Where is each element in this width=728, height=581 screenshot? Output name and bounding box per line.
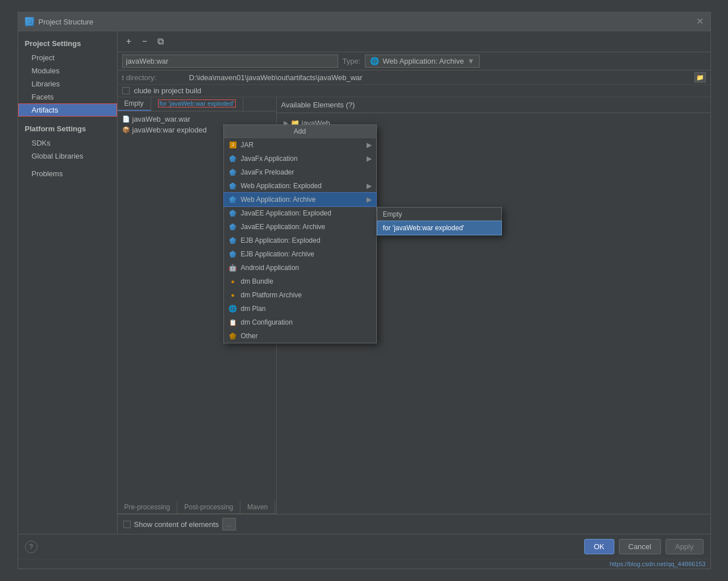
dropdown-item-javafx-preloader[interactable]: JavaFx Preloader	[224, 165, 376, 179]
sidebar-item-global-libraries[interactable]: Global Libraries	[18, 150, 117, 163]
for-exploded-tab-label: for 'javaWeb:war exploded'	[158, 99, 236, 107]
sidebar-item-project[interactable]: Project	[18, 51, 117, 64]
remove-button[interactable]: −	[138, 35, 152, 48]
javaee-exploded-icon	[228, 209, 238, 218]
dm-config-icon: 📋	[228, 318, 238, 327]
ejb-exploded-icon	[228, 236, 238, 245]
dropdown-item-web-archive-label: Web Application: Archive	[241, 196, 316, 204]
svg-rect-3	[28, 23, 30, 23]
javafx-app-icon	[228, 154, 238, 163]
sidebar-item-libraries[interactable]: Libraries	[18, 77, 117, 90]
svg-rect-2	[28, 22, 31, 22]
web-exploded-arrow-icon: ▶	[367, 182, 372, 190]
dropdown-item-dm-config-label: dm Configuration	[241, 318, 293, 326]
dropdown-item-dm-config[interactable]: 📋 dm Configuration	[224, 316, 376, 329]
tab-maven[interactable]: Maven	[240, 501, 275, 513]
sidebar-item-project-label: Project	[32, 53, 55, 62]
output-dir-value: D:\idea\maven01\javaWeb\out\artifacts\ja…	[189, 73, 690, 82]
project-structure-dialog: Project Structure ✕ Project Settings Pro…	[18, 12, 711, 569]
javafx-preloader-icon	[228, 168, 238, 177]
dropdown-item-dm-platform[interactable]: ● dm Platform Archive	[224, 288, 376, 302]
browse-icon: 📁	[696, 74, 704, 81]
svg-rect-1	[28, 20, 31, 21]
include-build-label: clude in project build	[134, 86, 706, 95]
sidebar-item-modules-label: Modules	[32, 67, 60, 75]
dm-bundle-icon: ●	[228, 277, 238, 286]
browse-button[interactable]: 📁	[694, 72, 706, 82]
dropdown-item-dm-plan-label: dm Plan	[241, 305, 266, 313]
sidebar-item-artifacts-label: Artifacts	[32, 106, 59, 114]
artifact-name-input[interactable]	[122, 55, 338, 68]
dropdown-item-ejb-archive-label: EJB Application: Archive	[241, 250, 314, 258]
android-icon: 🤖	[228, 263, 238, 272]
output-dir-label: t directory:	[122, 73, 185, 82]
dropdown-item-dm-bundle-label: dm Bundle	[241, 277, 273, 285]
dialog-buttons: ? OK Cancel Apply	[18, 534, 710, 559]
dropdown-item-android[interactable]: 🤖 Android Application	[224, 261, 376, 275]
dropdown-arrow-icon: ▼	[467, 57, 475, 65]
tree-item-war-label: javaWeb_war.war	[132, 115, 190, 123]
copy-button[interactable]: ⧉	[154, 35, 168, 48]
elements-header: Available Elements (?)	[277, 97, 710, 113]
bottom-bar: Show content of elements ...	[118, 514, 710, 534]
dropdown-item-ejb-exploded-label: EJB Application: Exploded	[241, 236, 321, 244]
sidebar-item-sdks[interactable]: SDKs	[18, 136, 117, 150]
dropdown-item-dm-plan[interactable]: 🌐 dm Plan	[224, 302, 376, 316]
dropdown-item-javaee-archive[interactable]: JavaEE Application: Archive	[224, 220, 376, 234]
dropdown-item-javaee-exploded[interactable]: JavaEE Application: Exploded	[224, 206, 376, 220]
output-dir-row: t directory: D:\idea\maven01\javaWeb\out…	[118, 70, 710, 85]
ok-button[interactable]: OK	[584, 539, 614, 554]
sidebar-item-facets[interactable]: Facets	[18, 90, 117, 103]
project-settings-header: Project Settings	[18, 36, 117, 51]
cancel-button[interactable]: Cancel	[619, 539, 661, 554]
sidebar-item-problems[interactable]: Problems	[18, 167, 117, 180]
tab-post-processing[interactable]: Post-processing	[177, 501, 240, 513]
show-content-checkbox[interactable]: Show content of elements	[123, 520, 219, 529]
title-bar-left: Project Structure	[25, 17, 94, 26]
sidebar-item-modules[interactable]: Modules	[18, 64, 117, 77]
sidebar-item-artifacts[interactable]: Artifacts	[18, 103, 117, 117]
more-button[interactable]: ...	[222, 518, 236, 530]
content-area: Empty for 'javaWeb:war exploded' 📄 javaW…	[118, 97, 710, 514]
tree-item-exploded-label: javaWeb:war exploded	[132, 126, 207, 134]
tab-for-exploded[interactable]: for 'javaWeb:war exploded'	[151, 97, 243, 111]
help-button[interactable]: ?	[25, 541, 38, 553]
dropdown-item-web-exploded[interactable]: Web Application: Exploded ▶	[224, 179, 376, 193]
toolbar: + − ⧉	[118, 31, 710, 52]
javafx-app-arrow-icon: ▶	[367, 155, 372, 163]
apply-button[interactable]: Apply	[665, 539, 704, 554]
dropdown-item-javafx-app[interactable]: JavaFx Application ▶	[224, 152, 376, 165]
app-icon	[25, 17, 34, 26]
type-dropdown-value: Web Application: Archive	[382, 57, 464, 65]
dm-plan-icon: 🌐	[228, 304, 238, 313]
tab-empty[interactable]: Empty	[118, 97, 151, 111]
other-section: Problems	[18, 167, 117, 180]
war-file-icon: 📄	[122, 115, 130, 123]
dropdown-item-ejb-archive[interactable]: EJB Application: Archive	[224, 247, 376, 261]
web-archive-arrow-icon: ▶	[367, 196, 372, 204]
show-content-label: Show content of elements	[134, 520, 219, 529]
add-button[interactable]: +	[122, 35, 136, 48]
dropdown-item-jar-label: JAR	[241, 141, 254, 149]
sidebar-item-sdks-label: SDKs	[32, 139, 51, 147]
jar-icon: J	[228, 140, 238, 150]
sidebar-item-problems-label: Problems	[32, 169, 63, 178]
dropdown-item-web-exploded-label: Web Application: Exploded	[241, 182, 322, 190]
show-content-checkbox-input[interactable]	[123, 521, 131, 528]
dropdown-item-jar[interactable]: J JAR ▶	[224, 138, 376, 152]
dropdown-item-ejb-exploded[interactable]: EJB Application: Exploded	[224, 234, 376, 247]
dropdown-item-web-archive[interactable]: Web Application: Archive ▶	[224, 193, 376, 206]
tree-item-war[interactable]: 📄 javaWeb_war.war	[120, 114, 274, 125]
web-archive-icon	[228, 195, 238, 204]
close-button[interactable]: ✕	[696, 17, 704, 26]
title-bar: Project Structure ✕	[18, 13, 710, 31]
tab-bar: Empty for 'javaWeb:war exploded'	[118, 97, 276, 111]
right-content: + − ⧉ Type: 🌐 Web Application: Archive ▼…	[118, 31, 710, 534]
type-dropdown[interactable]: 🌐 Web Application: Archive ▼	[365, 55, 480, 68]
include-build-checkbox[interactable]	[122, 87, 130, 94]
dropdown-item-dm-bundle[interactable]: ● dm Bundle	[224, 275, 376, 288]
dropdown-item-other[interactable]: Other	[224, 329, 376, 343]
other-icon	[228, 331, 238, 341]
tab-pre-processing[interactable]: Pre-processing	[118, 501, 178, 513]
web-exploded-icon	[228, 181, 238, 190]
